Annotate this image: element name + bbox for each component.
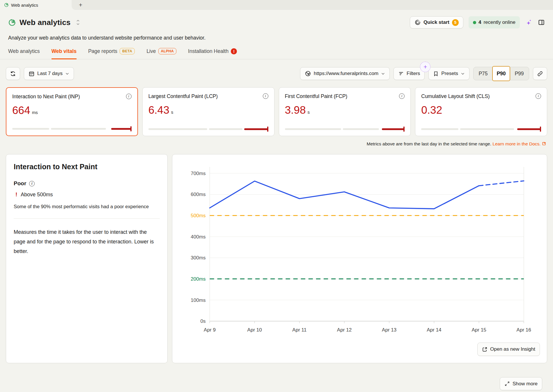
metric-card-lcp[interactable]: Largest Contentful Paint (LCP)i 6.43s — [142, 87, 274, 136]
svg-text:200ms: 200ms — [191, 276, 205, 282]
date-range-value: Last 7 days — [37, 71, 63, 76]
svg-text:100ms: 100ms — [191, 297, 205, 303]
chevron-down-icon — [461, 72, 465, 76]
page-description: Analyze your web analytics data to under… — [0, 35, 553, 41]
open-insight-label: Open as new Insight — [490, 346, 535, 352]
svg-text:Apr 10: Apr 10 — [247, 327, 262, 333]
svg-text:Apr 12: Apr 12 — [337, 327, 352, 333]
chevron-down-icon — [381, 72, 385, 76]
tab-installation-health[interactable]: Installation Health ! — [188, 48, 237, 59]
divider — [14, 218, 160, 219]
pie-chart-icon — [4, 3, 9, 7]
metric-unit: s — [308, 110, 310, 115]
info-icon[interactable]: i — [29, 181, 35, 186]
quick-start-badge: 5 — [452, 19, 459, 26]
side-panel-icon[interactable] — [538, 19, 545, 26]
show-more-button[interactable]: Show more — [500, 377, 542, 390]
tab-live[interactable]: Live ALPHA — [146, 48, 176, 59]
new-tab-button[interactable]: + — [76, 1, 85, 9]
show-more-label: Show more — [513, 381, 538, 387]
pie-chart-icon — [8, 19, 16, 26]
percentile-p90[interactable]: P90 — [492, 66, 510, 81]
metric-description: Measures the time it takes for the user … — [14, 227, 160, 256]
bookmark-icon — [433, 71, 439, 76]
copy-link-button[interactable] — [533, 67, 547, 80]
threshold-bands — [421, 126, 541, 132]
svg-text:Apr 11: Apr 11 — [292, 327, 306, 333]
open-as-new-insight-button[interactable]: Open as new Insight — [477, 343, 540, 356]
collapse-icon[interactable] — [75, 19, 81, 25]
expand-icon — [504, 381, 510, 386]
metrics-note: Metrics above are from the last day in t… — [0, 141, 553, 147]
metric-card-fcp[interactable]: First Contentful Paint (FCP)i 3.98s — [279, 87, 411, 136]
metric-unit: ms — [32, 110, 38, 115]
external-link-icon[interactable] — [542, 141, 546, 146]
svg-text:Apr 15: Apr 15 — [472, 327, 486, 333]
refresh-button[interactable] — [6, 67, 20, 80]
quick-start-button[interactable]: Quick start 5 — [410, 16, 463, 28]
online-count: 4 — [478, 19, 481, 25]
tab-web-analytics[interactable]: Web analytics — [8, 48, 40, 59]
docs-link[interactable]: Learn more in the Docs. — [492, 141, 540, 146]
tab-strip-rest: + — [72, 0, 553, 10]
svg-text:Apr 13: Apr 13 — [382, 327, 396, 333]
metric-card-cls[interactable]: Cumulative Layout Shift (CLS)i 0.32 — [415, 87, 547, 136]
threshold-bands — [285, 126, 405, 132]
toolbar: Last 7 days https://www.funeralprints.co… — [0, 67, 553, 80]
dartboard-icon — [414, 19, 421, 26]
metric-card-inp[interactable]: Interaction to Next Paint (INP)i 664ms — [6, 87, 138, 136]
open-external-icon — [482, 347, 488, 352]
presets-button[interactable]: Presets — [428, 67, 469, 80]
metrics-note-text: Metrics above are from the last day in t… — [367, 141, 491, 146]
info-icon[interactable]: i — [263, 93, 268, 99]
svg-text:Apr 16: Apr 16 — [517, 327, 531, 333]
vitals-chart-panel: 700ms600ms500ms400ms300ms200ms100ms0sApr… — [172, 154, 547, 363]
tab-web-vitals[interactable]: Web vitals — [52, 48, 77, 59]
domain-select[interactable]: https://www.funeralprints.com — [300, 67, 390, 80]
metric-title: First Contentful Paint (FCP) — [285, 93, 348, 99]
globe-icon — [305, 70, 311, 77]
detail-title: Interaction to Next Paint — [14, 163, 160, 171]
svg-text:Apr 14: Apr 14 — [427, 327, 441, 333]
calendar-icon — [29, 71, 35, 77]
tab-page-reports[interactable]: Page reports BETA — [88, 48, 135, 59]
main-content: Interaction to Next Paint Poor i ! Above… — [0, 154, 553, 363]
metric-title: Cumulative Layout Shift (CLS) — [421, 93, 490, 99]
browser-tab-web-analytics[interactable]: Web analytics — [0, 0, 72, 10]
online-label: recently online — [483, 19, 515, 25]
page-title: Web analytics — [20, 18, 71, 27]
browser-tab-title: Web analytics — [11, 3, 38, 8]
svg-text:600ms: 600ms — [191, 192, 205, 197]
svg-text:400ms: 400ms — [191, 234, 205, 240]
metric-unit: s — [171, 110, 173, 115]
metric-title: Interaction to Next Paint (INP) — [12, 94, 80, 100]
svg-text:300ms: 300ms — [191, 255, 205, 261]
metric-detail-panel: Interaction to Next Paint Poor i ! Above… — [6, 154, 168, 363]
vitals-line-chart: 700ms600ms500ms400ms300ms200ms100ms0sApr… — [172, 154, 547, 363]
metric-value: 3.98 — [285, 104, 306, 116]
beta-badge: BETA — [120, 48, 135, 54]
info-icon[interactable]: i — [126, 94, 132, 99]
info-icon[interactable]: i — [536, 93, 541, 99]
percentile-p99[interactable]: P99 — [510, 67, 528, 80]
status-summary: Some of the 90% most performatic visits … — [14, 203, 160, 210]
threshold-bands — [12, 126, 132, 131]
svg-text:Apr 9: Apr 9 — [204, 327, 216, 333]
recently-online-pill[interactable]: 4 recently online — [469, 16, 520, 28]
metric-title: Largest Contentful Paint (LCP) — [148, 93, 218, 99]
percentile-p75[interactable]: P75 — [474, 67, 492, 80]
info-icon[interactable]: i — [399, 93, 405, 99]
online-dot-icon — [473, 21, 476, 24]
filters-button[interactable]: Filters — [394, 67, 425, 80]
metric-cards-row: Interaction to Next Paint (INP)i 664ms L… — [0, 87, 553, 136]
svg-text:0s: 0s — [200, 318, 205, 324]
percentile-group: P75 P90 P99 — [473, 67, 529, 80]
date-range-button[interactable]: Last 7 days — [24, 67, 74, 80]
filters-label: Filters — [407, 71, 420, 76]
presets-label: Presets — [441, 71, 458, 76]
browser-tab-strip: Web analytics + — [0, 0, 553, 10]
filter-lines-icon — [398, 71, 404, 76]
page-header: Web analytics Quick start 5 4 recently o… — [0, 16, 553, 28]
sparkles-ai-icon[interactable] — [525, 19, 533, 26]
metric-value: 0.32 — [421, 104, 442, 116]
